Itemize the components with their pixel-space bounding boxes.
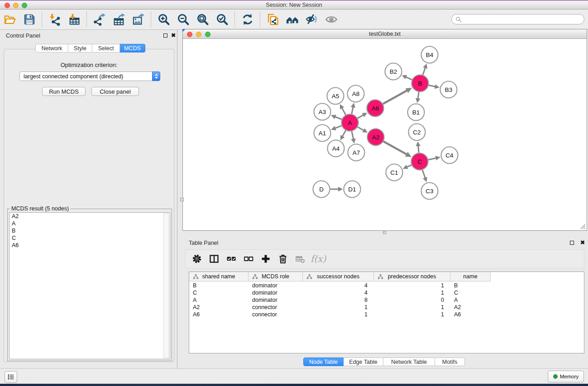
control-tab-style[interactable]: Style bbox=[68, 44, 92, 52]
float-panel-icon[interactable] bbox=[163, 33, 167, 38]
graph-edge-B-B2[interactable] bbox=[402, 75, 412, 80]
control-tab-mcds[interactable]: MCDS bbox=[120, 44, 145, 52]
network-minimize-button[interactable] bbox=[196, 32, 201, 37]
table-tab-edge-table[interactable]: Edge Table bbox=[344, 357, 383, 366]
column-header-successor-nodes[interactable]: successor nodes bbox=[303, 272, 374, 281]
run-mcds-button[interactable]: Run MCDS bbox=[42, 87, 86, 96]
graph-edge-A-A1[interactable] bbox=[331, 126, 342, 130]
mcds-result-item[interactable]: A bbox=[10, 220, 170, 227]
node-table[interactable]: shared nameMCDS rolesuccessor nodesprede… bbox=[189, 272, 584, 353]
table-float-icon[interactable] bbox=[570, 241, 574, 245]
mcds-result-item[interactable]: B bbox=[10, 227, 170, 234]
graph-node-A2[interactable]: A2 bbox=[368, 129, 384, 146]
delete-table-button[interactable] bbox=[292, 251, 309, 267]
graph-edge-B-B3[interactable] bbox=[429, 84, 440, 89]
graph-node-A1[interactable]: A1 bbox=[314, 125, 331, 142]
search-box[interactable] bbox=[451, 14, 584, 24]
graph-node-C[interactable]: C bbox=[411, 153, 428, 170]
graph-edge-A-A8[interactable] bbox=[351, 103, 355, 114]
minimize-window-button[interactable] bbox=[13, 3, 19, 8]
table-row-A6[interactable]: A6connector11A6 bbox=[189, 311, 584, 318]
zoom-in-button[interactable] bbox=[154, 10, 173, 29]
network-canvas[interactable]: AA1A2A3A4A5A6A7A8BB1B2B3B4CC1C2C3C4DD1 bbox=[183, 39, 587, 230]
graph-edge-A-A3[interactable] bbox=[331, 115, 342, 119]
graph-edge-C-C1[interactable] bbox=[403, 165, 411, 169]
graph-edge-C-C3[interactable] bbox=[422, 170, 427, 182]
splitter-handle-left[interactable] bbox=[180, 198, 184, 201]
mcds-result-item[interactable]: A2 bbox=[10, 213, 170, 220]
network-zoom-button[interactable] bbox=[205, 32, 210, 37]
mcds-result-list[interactable]: A2ABCA6 bbox=[9, 212, 170, 359]
close-panel-button[interactable]: Close panel bbox=[91, 87, 139, 96]
graph-edge-A-A4[interactable] bbox=[340, 130, 346, 140]
delete-columns-button[interactable] bbox=[274, 251, 292, 267]
graph-node-B[interactable]: B bbox=[412, 75, 429, 92]
mcds-result-item[interactable]: A6 bbox=[10, 242, 170, 249]
graph-node-C4[interactable]: C4 bbox=[441, 147, 458, 164]
zoom-out-button[interactable] bbox=[173, 10, 193, 29]
graph-node-C1[interactable]: C1 bbox=[386, 164, 403, 181]
search-input[interactable] bbox=[462, 16, 584, 23]
graph-edge-A-A2[interactable] bbox=[358, 127, 368, 133]
column-header-MCDS-role[interactable]: MCDS role bbox=[249, 272, 303, 281]
close-panel-icon[interactable]: ✖ bbox=[171, 32, 176, 38]
table-settings-button[interactable] bbox=[188, 251, 206, 267]
graph-node-A3[interactable]: A3 bbox=[314, 104, 331, 120]
graph-node-A4[interactable]: A4 bbox=[328, 140, 344, 157]
result-scrollbar[interactable] bbox=[163, 213, 169, 358]
zoom-fit-button[interactable] bbox=[193, 10, 212, 29]
graph-edge-B-B4[interactable] bbox=[423, 63, 427, 75]
table-close-icon[interactable]: ✖ bbox=[580, 239, 585, 246]
splitter-handle-bottom[interactable] bbox=[383, 231, 386, 234]
column-header-predecessor-nodes[interactable]: predecessor nodes bbox=[374, 272, 450, 281]
optimization-criterion-select[interactable]: largest connected component (directed) bbox=[19, 71, 160, 81]
graph-edge-A-A6[interactable] bbox=[358, 113, 367, 118]
network-close-button[interactable] bbox=[187, 32, 192, 37]
graph-edge-A2-C[interactable] bbox=[383, 141, 411, 157]
network-window-titlebar[interactable]: testGlobe.txt bbox=[183, 29, 587, 39]
toggle-split-view-button[interactable] bbox=[206, 251, 223, 267]
graph-node-D1[interactable]: D1 bbox=[344, 181, 361, 198]
graph-edge-A6-B[interactable] bbox=[383, 88, 412, 104]
graph-node-C2[interactable]: C2 bbox=[409, 124, 425, 141]
table-row-A[interactable]: Adominator80A bbox=[189, 296, 584, 304]
import-network-button[interactable] bbox=[45, 10, 64, 29]
export-network-button[interactable] bbox=[90, 10, 109, 29]
graph-node-C3[interactable]: C3 bbox=[421, 183, 438, 200]
zoom-selected-button[interactable] bbox=[212, 10, 232, 29]
table-row-A2[interactable]: A2connector11A2 bbox=[189, 304, 584, 311]
graph-node-D[interactable]: D bbox=[313, 181, 330, 198]
refresh-view-button[interactable] bbox=[238, 10, 257, 29]
main-titlebar[interactable]: Session: New Session bbox=[0, 1, 588, 10]
column-header-shared-name[interactable]: shared name bbox=[189, 272, 249, 281]
create-column-button[interactable] bbox=[257, 251, 274, 267]
close-window-button[interactable] bbox=[5, 3, 10, 8]
mcds-result-item[interactable]: C bbox=[10, 234, 170, 242]
memory-button[interactable]: Memory bbox=[548, 371, 584, 382]
show-panels-button[interactable] bbox=[5, 371, 17, 383]
graph-node-B4[interactable]: B4 bbox=[421, 47, 438, 63]
graph-node-B2[interactable]: B2 bbox=[385, 63, 402, 80]
network-view-window[interactable]: testGlobe.txt AA1A2A3A4A5A6A7A8BB1B2B3B4… bbox=[182, 29, 587, 231]
table-row-C[interactable]: Cdominator41C bbox=[189, 289, 584, 296]
window-resize-grip[interactable] bbox=[580, 224, 586, 229]
export-image-button[interactable] bbox=[129, 10, 148, 29]
function-builder-button[interactable]: f(x) bbox=[311, 253, 326, 264]
show-all-columns-button[interactable] bbox=[223, 251, 240, 267]
graph-edge-C-C2[interactable] bbox=[416, 141, 421, 152]
control-tab-network[interactable]: Network bbox=[35, 44, 68, 52]
table-row-B[interactable]: Bdominator41B bbox=[189, 282, 584, 289]
graph-edge-A-A7[interactable] bbox=[351, 131, 355, 143]
graph-node-A6[interactable]: A6 bbox=[367, 100, 384, 117]
table-tab-network-table[interactable]: Network Table bbox=[383, 357, 435, 366]
import-table-button[interactable] bbox=[64, 10, 84, 29]
zoom-window-button[interactable] bbox=[22, 3, 27, 8]
graph-node-A5[interactable]: A5 bbox=[327, 88, 344, 105]
graph-node-A[interactable]: A bbox=[342, 114, 359, 131]
show-graphics-details-button[interactable] bbox=[321, 10, 341, 29]
network-overview-button[interactable] bbox=[282, 10, 302, 29]
control-tab-select[interactable]: Select bbox=[92, 44, 120, 52]
table-tab-node-table[interactable]: Node Table bbox=[303, 357, 344, 366]
graph-node-A8[interactable]: A8 bbox=[348, 86, 364, 102]
hide-all-columns-button[interactable] bbox=[240, 251, 257, 267]
